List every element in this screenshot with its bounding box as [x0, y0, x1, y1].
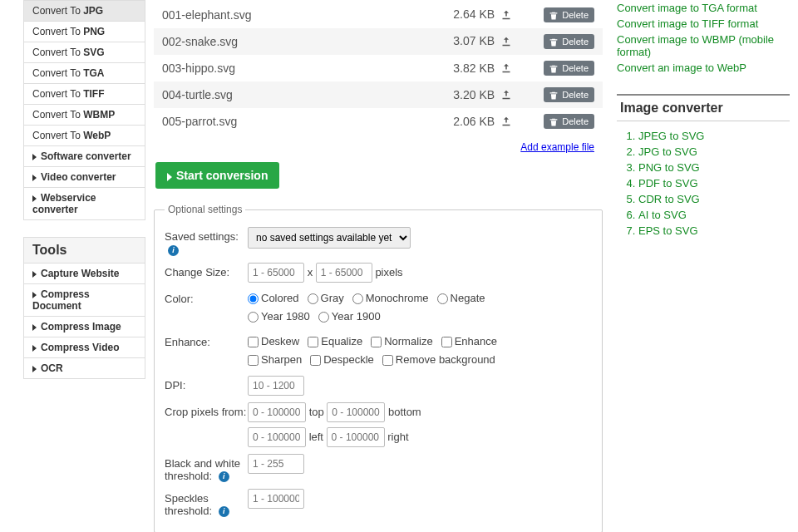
start-conversion-button[interactable]: Start conversion — [155, 162, 279, 189]
delete-button[interactable]: Delete — [544, 87, 594, 102]
enhance-checkbox[interactable] — [248, 355, 259, 366]
chevron-right-icon — [32, 154, 37, 160]
sidebar-expandable[interactable]: Webservice converter — [24, 188, 145, 219]
file-name: 001-elephant.svg — [154, 2, 368, 28]
enhance-checkbox[interactable] — [310, 355, 321, 366]
crop-bottom-input[interactable] — [327, 402, 385, 422]
format-link[interactable]: JPG to SVG — [638, 145, 697, 158]
related-link[interactable]: Convert image to TGA format — [617, 2, 757, 14]
enhance-option[interactable]: Sharpen — [248, 353, 302, 366]
optional-settings-legend: Optional settings — [165, 204, 245, 215]
upload-icon — [501, 9, 511, 22]
speckles-threshold-input[interactable] — [248, 489, 304, 509]
chevron-right-icon — [32, 271, 37, 278]
enhance-checkbox[interactable] — [382, 355, 393, 366]
file-size: 3.20 KB — [368, 81, 520, 108]
file-name: 003-hippo.svg — [154, 55, 368, 81]
crop-top-input[interactable] — [248, 402, 306, 422]
info-icon[interactable]: i — [219, 506, 229, 517]
color-radio[interactable] — [248, 293, 259, 304]
delete-button[interactable]: Delete — [544, 114, 594, 129]
enhance-option[interactable]: Deskew — [248, 335, 299, 347]
color-radio[interactable] — [308, 293, 318, 304]
chevron-right-icon — [32, 345, 37, 352]
crop-label: Crop pixels from: — [165, 402, 248, 418]
color-option[interactable]: Negate — [437, 292, 485, 304]
enhance-option[interactable]: Normalize — [371, 335, 433, 347]
color-option[interactable]: Monochrome — [352, 292, 429, 304]
format-link[interactable]: EPS to SVG — [638, 224, 698, 237]
color-option[interactable]: Colored — [248, 292, 299, 304]
format-link[interactable]: PNG to SVG — [638, 161, 700, 174]
sidebar-expandable[interactable]: Video converter — [24, 167, 145, 188]
chevron-right-icon — [32, 324, 37, 331]
enhance-checkbox[interactable] — [441, 337, 452, 347]
tool-item[interactable]: Capture Website — [24, 264, 145, 284]
related-links-list: Convert image to TGA formatConvert image… — [617, 0, 790, 76]
color-radio[interactable] — [248, 312, 259, 323]
delete-button[interactable]: Delete — [544, 34, 594, 49]
enhance-option[interactable]: Equalize — [308, 335, 362, 347]
delete-button[interactable]: Delete — [544, 61, 594, 76]
upload-icon — [501, 62, 511, 76]
delete-button[interactable]: Delete — [544, 7, 594, 22]
color-option[interactable]: Year 1900 — [318, 310, 381, 323]
sidebar-item-convert-jpg[interactable]: Convert To JPG — [24, 1, 145, 22]
related-link[interactable]: Convert an image to WebP — [617, 62, 746, 74]
sidebar-item-convert-tga[interactable]: Convert To TGA — [24, 63, 145, 84]
chevron-right-icon — [32, 292, 37, 298]
related-link[interactable]: Convert image to TIFF format — [617, 17, 758, 30]
info-icon[interactable]: i — [168, 245, 179, 256]
format-link[interactable]: PDF to SVG — [638, 177, 698, 190]
format-link[interactable]: CDR to SVG — [638, 193, 700, 205]
enhance-option[interactable]: Despeckle — [310, 353, 374, 366]
enhance-checkbox[interactable] — [371, 337, 382, 347]
upload-icon — [501, 116, 511, 129]
sidebar-expandable[interactable]: Software converter — [24, 146, 145, 167]
sidebar-item-convert-tiff[interactable]: Convert To TIFF — [24, 84, 145, 105]
add-example-file-link[interactable]: Add example file — [520, 141, 594, 153]
tool-item[interactable]: Compress Video — [24, 337, 145, 358]
height-input[interactable] — [316, 263, 372, 283]
enhance-option[interactable]: Enhance — [441, 335, 497, 347]
saved-settings-label: Saved settings: — [165, 230, 239, 243]
chevron-right-icon — [167, 173, 172, 181]
sidebar-item-convert-wbmp[interactable]: Convert To WBMP — [24, 105, 145, 126]
crop-left-input[interactable] — [248, 427, 306, 447]
file-name: 002-snake.svg — [154, 28, 368, 55]
sidebar-item-convert-svg[interactable]: Convert To SVG — [24, 42, 145, 63]
tool-item[interactable]: OCR — [24, 358, 145, 378]
image-converter-header: Image converter — [617, 94, 790, 121]
chevron-right-icon — [32, 175, 37, 181]
tool-item[interactable]: Compress Image — [24, 317, 145, 337]
crop-right-input[interactable] — [327, 427, 385, 447]
dpi-input[interactable] — [248, 376, 304, 396]
info-icon[interactable]: i — [219, 471, 229, 482]
color-option[interactable]: Gray — [308, 292, 344, 304]
sidebar-item-convert-png[interactable]: Convert To PNG — [24, 22, 145, 42]
enhance-checkbox[interactable] — [248, 337, 259, 347]
color-option[interactable]: Year 1980 — [248, 310, 310, 323]
file-size: 2.64 KB — [368, 2, 520, 28]
upload-icon — [501, 36, 511, 49]
enhance-option[interactable]: Remove background — [382, 353, 495, 366]
width-input[interactable] — [248, 263, 304, 283]
chevron-right-icon — [32, 366, 37, 372]
format-link[interactable]: AI to SVG — [638, 209, 687, 221]
tool-item[interactable]: Compress Document — [24, 284, 145, 317]
enhance-checkbox[interactable] — [308, 337, 318, 347]
bw-threshold-input[interactable] — [248, 454, 304, 474]
color-radio[interactable] — [437, 293, 448, 304]
file-size: 2.06 KB — [368, 108, 520, 135]
file-name: 005-parrot.svg — [154, 108, 368, 135]
sidebar-item-convert-webp[interactable]: Convert To WebP — [24, 126, 145, 146]
dpi-label: DPI: — [165, 376, 248, 392]
file-row: 004-turtle.svg3.20 KB Delete — [154, 81, 603, 108]
related-link[interactable]: Convert image to WBMP (mobile format) — [617, 33, 774, 58]
saved-settings-select[interactable]: no saved settings available yet — [248, 227, 411, 249]
enhance-label: Enhance: — [165, 332, 248, 348]
format-link[interactable]: JPEG to SVG — [638, 130, 704, 142]
color-radio[interactable] — [318, 312, 329, 323]
color-radio[interactable] — [352, 293, 363, 304]
optional-settings-fieldset: Optional settings Saved settings: i no s… — [154, 204, 603, 532]
